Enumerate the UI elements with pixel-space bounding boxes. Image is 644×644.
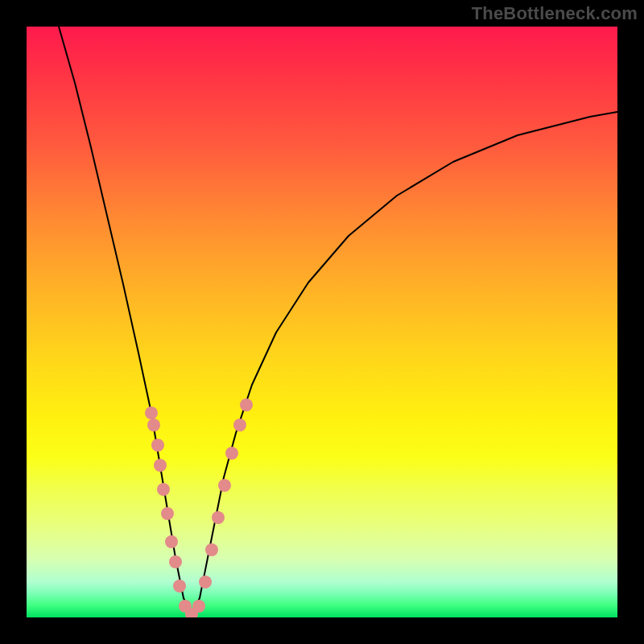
sample-dot: [212, 511, 225, 524]
sample-dot: [147, 419, 160, 431]
watermark-text: TheBottleneck.com: [472, 3, 638, 24]
bottleneck-curve: [59, 27, 617, 614]
sample-dot: [161, 507, 174, 520]
sample-dot: [173, 580, 186, 592]
sample-dot: [205, 543, 218, 556]
sample-dot: [192, 600, 205, 613]
sample-dot: [240, 398, 253, 411]
sample-dot: [233, 419, 246, 431]
sample-dot: [169, 555, 182, 568]
sample-dot: [225, 447, 238, 460]
sample-dot: [165, 535, 178, 548]
sample-dot: [145, 407, 158, 419]
sample-dot: [218, 479, 231, 492]
chart-frame: TheBottleneck.com: [0, 0, 644, 644]
sample-dot: [157, 483, 170, 496]
sample-dot: [199, 576, 212, 588]
chart-overlay: [27, 27, 617, 617]
sample-dot: [151, 439, 164, 452]
plot-area: [27, 27, 617, 617]
sample-dot: [154, 459, 167, 472]
